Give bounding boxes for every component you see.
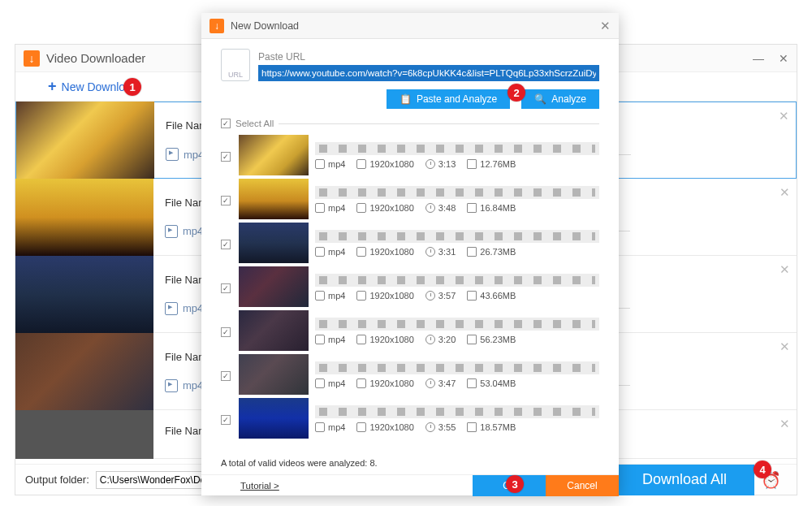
result-thumbnail	[239, 135, 309, 175]
result-checkbox[interactable]	[221, 415, 231, 425]
result-format: mp4	[328, 335, 345, 344]
format-icon	[315, 291, 325, 301]
result-format: mp4	[328, 291, 345, 301]
result-duration: 3:55	[438, 422, 456, 432]
result-duration: 3:47	[438, 378, 456, 388]
download-all-button[interactable]: Download All	[615, 465, 754, 495]
result-format: mp4	[328, 203, 345, 213]
result-row[interactable]: mp41920x10803:2056.23MB	[221, 309, 599, 352]
callout-badge-4: 4	[754, 461, 771, 478]
paste-and-analyze-button[interactable]: 📋Paste and Analyze	[387, 89, 510, 109]
result-checkbox[interactable]	[221, 152, 231, 162]
clock-icon	[425, 159, 435, 169]
result-duration: 3:20	[438, 335, 456, 344]
analyze-button[interactable]: 🔍Analyze	[521, 89, 599, 109]
paste-analyze-label: Paste and Analyze	[417, 93, 497, 105]
result-title-redacted	[315, 405, 599, 418]
result-checkbox[interactable]	[221, 196, 231, 205]
result-size: 43.66MB	[480, 291, 516, 301]
url-file-icon: URL	[221, 49, 250, 81]
new-download-button[interactable]: + New Download	[15, 78, 171, 95]
clipboard-search-icon: 📋	[400, 93, 412, 105]
result-size: 16.84MB	[480, 203, 516, 213]
result-resolution: 1920x1080	[369, 335, 413, 344]
result-thumbnail	[239, 223, 309, 263]
folder-icon	[467, 159, 477, 169]
video-format-icon	[165, 225, 178, 238]
dialog-title: New Download	[231, 20, 600, 32]
result-row[interactable]: mp41920x10803:4816.84MB	[221, 177, 599, 221]
folder-icon	[467, 422, 477, 432]
paste-url-label: Paste URL	[258, 51, 599, 63]
select-all-label: Select All	[235, 119, 274, 128]
analysis-summary: A total of valid videos were analyzed: 8…	[221, 458, 599, 468]
format-icon	[315, 159, 325, 169]
analyze-label: Analyze	[551, 93, 586, 105]
row-close-button[interactable]: ✕	[780, 417, 790, 431]
row-close-button[interactable]: ✕	[780, 185, 790, 200]
result-duration: 3:48	[438, 203, 456, 213]
result-row[interactable]: mp41920x10803:5743.66MB	[221, 265, 599, 309]
result-row[interactable]: mp41920x10803:1312.76MB	[221, 133, 599, 177]
output-folder-label: Output folder:	[25, 474, 89, 486]
resolution-icon	[356, 159, 366, 169]
resolution-icon	[356, 422, 366, 432]
result-checkbox[interactable]	[221, 327, 231, 337]
format-text: mp4	[183, 379, 203, 391]
video-format-icon	[166, 148, 179, 161]
result-row[interactable]: mp41920x10803:5518.57MB	[221, 396, 599, 440]
minimize-button[interactable]: —	[753, 52, 764, 65]
dialog-footer: Tutorial > Ok Cancel	[201, 474, 619, 495]
thumbnail	[15, 333, 153, 410]
format-text: mp4	[183, 225, 203, 237]
dialog-titlebar: ↓ New Download ✕	[201, 13, 619, 39]
result-resolution: 1920x1080	[369, 291, 413, 301]
result-checkbox[interactable]	[221, 283, 231, 293]
tutorial-link[interactable]: Tutorial >	[201, 481, 279, 491]
result-duration: 3:57	[438, 291, 456, 301]
result-row[interactable]: mp41920x10803:3126.73MB	[221, 221, 599, 265]
clock-icon	[425, 422, 435, 432]
dialog-close-button[interactable]: ✕	[600, 19, 611, 33]
result-title-redacted	[315, 186, 599, 199]
result-resolution: 1920x1080	[369, 378, 413, 388]
close-button[interactable]: ✕	[779, 52, 788, 65]
result-size: 53.04MB	[480, 378, 516, 388]
result-size: 18.57MB	[480, 422, 516, 432]
result-thumbnail	[239, 354, 309, 395]
row-close-button[interactable]: ✕	[780, 262, 790, 277]
result-title-redacted	[315, 230, 599, 243]
result-title-redacted	[315, 274, 599, 287]
folder-icon	[467, 247, 477, 257]
video-format-icon	[165, 379, 178, 392]
callout-badge-1: 1	[123, 78, 141, 96]
plus-icon: +	[48, 78, 57, 95]
folder-icon	[467, 291, 477, 301]
folder-icon	[467, 203, 477, 213]
result-row[interactable]: mp41920x10803:4753.04MB	[221, 352, 599, 396]
resolution-icon	[356, 335, 366, 344]
format-icon	[315, 378, 325, 388]
result-resolution: 1920x1080	[369, 422, 413, 432]
format-text: mp4	[183, 302, 203, 314]
resolution-icon	[356, 247, 366, 257]
clock-icon	[425, 291, 435, 301]
row-close-button[interactable]: ✕	[779, 109, 789, 123]
cancel-button[interactable]: Cancel	[546, 475, 619, 496]
result-format: mp4	[328, 159, 345, 169]
clock-icon	[425, 335, 435, 344]
result-checkbox[interactable]	[221, 371, 231, 381]
result-title-redacted	[315, 142, 599, 155]
result-format: mp4	[328, 378, 345, 388]
result-title-redacted	[315, 318, 599, 331]
url-input[interactable]	[258, 65, 599, 81]
search-icon: 🔍	[534, 93, 546, 105]
row-close-button[interactable]: ✕	[780, 339, 790, 354]
result-checkbox[interactable]	[221, 240, 231, 249]
clock-icon	[425, 378, 435, 388]
folder-icon	[467, 378, 477, 388]
thumbnail	[16, 102, 154, 179]
dialog-logo-icon: ↓	[209, 19, 224, 33]
select-all-checkbox[interactable]	[221, 119, 231, 128]
result-duration: 3:13	[438, 159, 456, 169]
